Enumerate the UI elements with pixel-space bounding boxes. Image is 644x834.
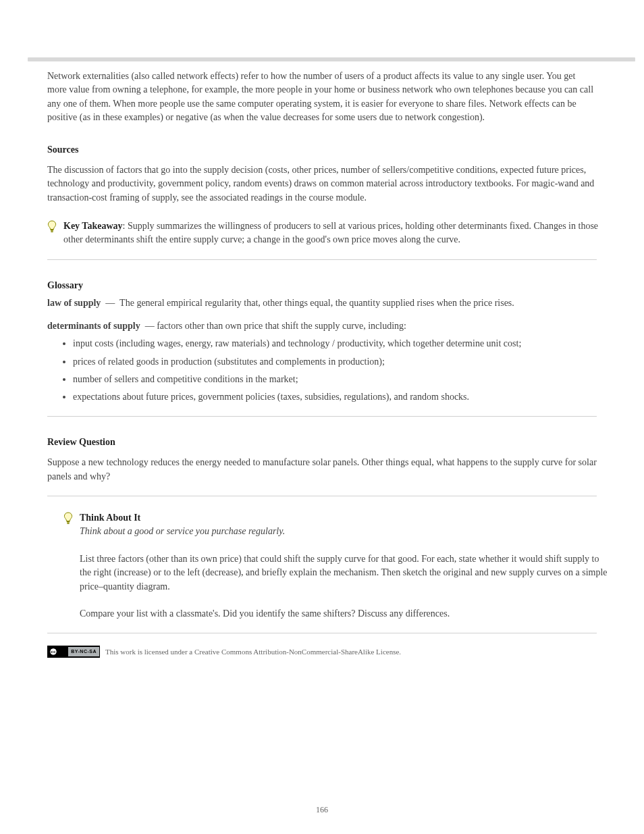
svg-rect-2 — [51, 232, 53, 232]
header-rule — [28, 57, 635, 61]
exercise-line1: Think about a good or service you purcha… — [80, 526, 285, 536]
exercise-line2: List three factors (other than its own p… — [80, 554, 608, 592]
review-heading: Review Question — [47, 437, 597, 448]
svg-rect-1 — [51, 230, 53, 231]
list-item: number of sellers and competitive condit… — [73, 373, 597, 386]
intro-paragraph: Network externalities (also called netwo… — [47, 70, 597, 124]
license-text: This work is licensed under a Creative C… — [105, 648, 401, 656]
glossary-list: input costs (including wages, energy, ra… — [58, 337, 597, 404]
cc-badge-icon: cc BY-NC-SA — [47, 646, 100, 658]
key-takeaway-text: Key Takeaway: Supply summarizes the will… — [63, 219, 613, 247]
glossary-def-1: The general empirical regularity that, o… — [119, 298, 514, 308]
key-takeaway-block: Key Takeaway: Supply summarizes the will… — [47, 219, 613, 247]
glossary-term-2: determinants of supply — [47, 321, 140, 331]
svg-rect-5 — [67, 523, 69, 524]
glossary-entry-1: law of supply — The general empirical re… — [47, 296, 597, 310]
svg-rect-4 — [67, 522, 70, 523]
lightbulb-icon — [47, 220, 57, 234]
glossary-term-1: law of supply — [47, 298, 101, 308]
list-item: expectations about future prices, govern… — [73, 390, 597, 404]
svg-rect-3 — [67, 521, 70, 522]
glossary-entry-2: determinants of supply — factors other t… — [47, 319, 597, 333]
divider — [47, 416, 597, 417]
key-takeaway-body: Supply summarizes the willingness of pro… — [63, 221, 598, 244]
review-question: Suppose a new technology reduces the ene… — [47, 456, 597, 484]
exercise-block: Think About It Think about a good or ser… — [63, 511, 613, 621]
svg-rect-0 — [51, 230, 54, 230]
exercise-line3: Compare your list with a classmate's. Di… — [80, 608, 450, 619]
svg-text:cc: cc — [51, 650, 56, 654]
sources-paragraph: The discussion of factors that go into t… — [47, 163, 597, 205]
list-item: input costs (including wages, energy, ra… — [73, 337, 597, 350]
list-item: prices of related goods in production (s… — [73, 355, 597, 369]
exercise-text: Think About It Think about a good or ser… — [80, 511, 613, 621]
lightbulb-icon — [63, 512, 73, 525]
sources-heading: Sources — [47, 145, 597, 155]
divider — [47, 633, 597, 633]
glossary-heading: Glossary — [47, 280, 597, 291]
page-header — [31, 27, 613, 54]
license-block: cc BY-NC-SA This work is licensed under … — [47, 646, 613, 658]
document-page: Network externalities (also called netwo… — [0, 0, 644, 834]
divider — [47, 259, 597, 260]
exercise-label: Think About It — [80, 513, 140, 523]
page-number: 166 — [0, 805, 644, 815]
key-takeaway-label: Key Takeaway — [63, 221, 123, 231]
divider — [47, 496, 597, 496]
